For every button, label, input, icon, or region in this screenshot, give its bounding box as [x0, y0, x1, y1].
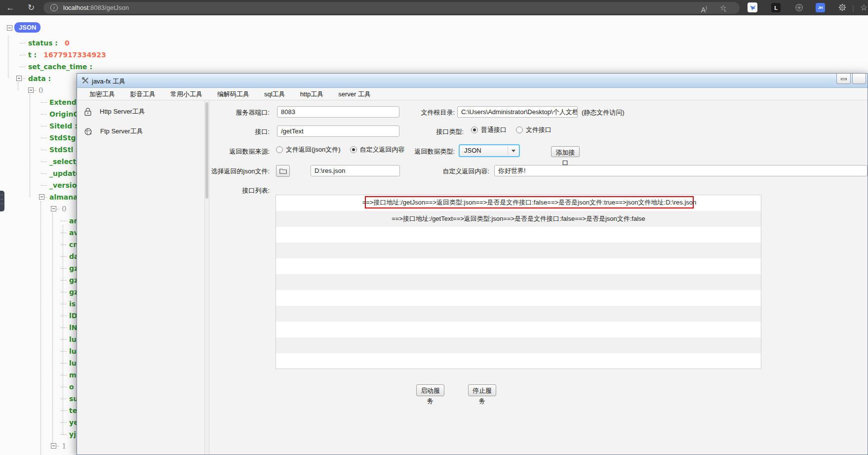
menu-item-1[interactable]: 影音工具 [122, 88, 163, 100]
return-source-label: 返回数据来源: [218, 147, 270, 156]
tree-guide-line [18, 82, 18, 90]
read-aloud-icon[interactable]: A) [701, 2, 707, 14]
url-path: :8083/getJson [88, 4, 129, 11]
minimize-button[interactable] [836, 74, 851, 84]
tree-guide-stub [61, 245, 67, 245]
api-list-row[interactable] [276, 322, 761, 337]
choose-json-file-label: 选择返回的json文件: [198, 167, 270, 176]
refresh-icon[interactable]: ↻ [25, 0, 38, 15]
radio-label: 普通接口 [481, 125, 507, 134]
custom-content-input[interactable]: 你好世界! [494, 165, 868, 176]
favorite-star-icon[interactable]: ☆+ [720, 2, 729, 14]
menu-item-5[interactable]: http工具 [293, 88, 331, 100]
settings-gear-icon[interactable] [837, 2, 847, 12]
tree-row: m [69, 370, 77, 380]
gear-glyph [838, 3, 846, 11]
tree-guide-line [40, 201, 41, 455]
menu-item-3[interactable]: 编解码工具 [210, 88, 257, 100]
browse-folder-button[interactable] [276, 165, 290, 177]
scrollbar-thumb[interactable] [205, 102, 208, 199]
api-list-row[interactable]: ==>接口地址:/getJson==>返回类型:json==>是否是文件接口:f… [276, 195, 761, 211]
tree-row: o [69, 382, 74, 392]
tree-row: OriginQ [49, 109, 79, 119]
sidebar-item-label: Http Server工具 [100, 107, 145, 116]
tree-row: yj [69, 429, 76, 439]
tree-guide-stub [61, 375, 67, 375]
static-access-note: (静态文件访问) [582, 108, 625, 117]
back-icon[interactable]: ← [4, 0, 17, 15]
tree-node-key: OriginQ [49, 110, 79, 118]
menu-item-4[interactable]: sql工具 [257, 88, 293, 100]
api-list-row[interactable] [276, 243, 761, 258]
sidebar-scrollbar[interactable] [204, 100, 209, 455]
api-path-input[interactable]: /getText [277, 125, 399, 137]
api-list-row[interactable] [276, 290, 761, 306]
radio-label: 文件接口 [526, 125, 552, 134]
stop-service-button[interactable]: 停止服务 [468, 384, 496, 396]
add-api-button[interactable]: 添加接口 [551, 146, 580, 157]
maximize-button[interactable] [852, 74, 866, 84]
favorites-bar-star-icon[interactable]: ☆ [860, 0, 868, 15]
extension-flower-icon[interactable] [794, 2, 804, 12]
return-type-combobox[interactable]: JSON [459, 144, 520, 157]
api-list-row[interactable] [276, 337, 761, 353]
tree-guide-stub [61, 411, 67, 411]
menu-item-2[interactable]: 常用小工具 [163, 88, 210, 100]
tree-collapse-box[interactable] [51, 443, 56, 449]
api-list-row[interactable] [276, 258, 761, 274]
flower-glyph [795, 3, 803, 12]
url-text: localhost:8083/getJson [63, 2, 129, 14]
json-file-path-input[interactable]: D:\res.json [311, 165, 400, 176]
api-list-row-text: ==>接口地址:/getJson==>返回类型:json==>是否是文件接口:f… [362, 198, 697, 207]
extension-bird-icon[interactable] [748, 2, 757, 12]
api-list-row[interactable] [276, 227, 761, 243]
tree-collapse-box[interactable] [51, 206, 56, 211]
combobox-value: JSON [464, 147, 481, 154]
api-list-row[interactable] [276, 274, 761, 290]
extension-jh-icon[interactable]: JH [816, 3, 825, 12]
extension-l-icon[interactable]: L [771, 3, 781, 12]
tree-node-index: 0 [62, 205, 67, 213]
file-root-input[interactable]: C:\Users\Administrator\Desktop\个人文档\zm- [457, 106, 578, 118]
tree-node-key: yj [69, 430, 76, 438]
api-list-row[interactable] [276, 353, 761, 369]
tree-collapse-box[interactable] [28, 87, 34, 93]
bird-glyph [750, 4, 756, 11]
tree-collapse-box-root[interactable] [7, 25, 12, 31]
tree-row: data : [28, 74, 51, 83]
browser-sidebar-handle[interactable] [0, 191, 4, 211]
menu-item-0[interactable]: 加密工具 [82, 88, 122, 100]
tree-collapse-box[interactable] [39, 194, 44, 200]
api-type-radio-1[interactable]: 文件接口 [516, 125, 552, 134]
tree-node-value: 1677917334923 [43, 51, 106, 59]
radio-label: 自定义返回内容 [360, 145, 405, 154]
window-titlebar[interactable]: java-fx 工具 [77, 74, 868, 88]
radio-dot [516, 126, 523, 133]
tree-node-key: lu [69, 335, 77, 343]
tree-guide-stub [61, 387, 67, 387]
api-list-row[interactable]: ==>接口地址:/getText==>返回类型:json==>是否是文件接口:f… [276, 211, 761, 227]
sidebar-item-ftp-server[interactable]: Ftp Server工具 [84, 124, 197, 138]
api-list-row[interactable] [276, 306, 761, 322]
api-type-radio-0[interactable]: 普通接口 [471, 125, 507, 134]
tree-guide-line [8, 36, 8, 78]
combobox-separator [508, 146, 508, 155]
tree-guide-line [52, 213, 53, 446]
tree-row: 0 [39, 85, 43, 95]
server-port-input[interactable]: 8083 [277, 106, 399, 118]
radio-dot [471, 126, 478, 133]
api-listbox: ==>接口地址:/getJson==>返回类型:json==>是否是文件接口:f… [276, 195, 761, 369]
menu-item-6[interactable]: server 工具 [331, 88, 378, 100]
javafx-tool-window: java-fx 工具 加密工具影音工具常用小工具编解码工具sql工具http工具… [77, 73, 868, 455]
tree-guide-stub [61, 233, 67, 233]
tree-guide-stub [41, 102, 47, 103]
custom-content-label: 自定义返回内容: [440, 167, 489, 176]
tree-row: 0 [62, 204, 67, 214]
address-bar[interactable]: i localhost:8083/getJson A) ☆+ [43, 2, 740, 14]
site-info-icon[interactable]: i [50, 4, 58, 11]
sidebar-item-http-server[interactable]: Http Server工具 [84, 105, 197, 119]
return-source-radio-0[interactable]: 文件返回(json文件) [276, 145, 341, 154]
return-source-radio-1[interactable]: 自定义返回内容 [350, 145, 405, 154]
start-service-button[interactable]: 启动服务 [416, 384, 444, 396]
tree-collapse-box[interactable] [16, 76, 22, 81]
